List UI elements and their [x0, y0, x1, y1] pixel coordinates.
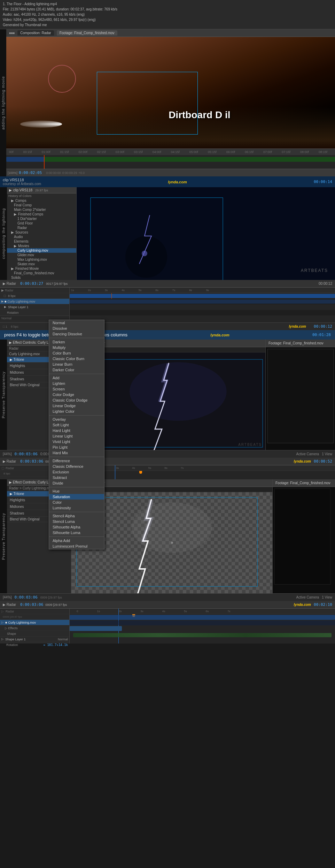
- tab-footage[interactable]: Footage: Final_Comp_finished.mov: [57, 30, 117, 36]
- blend-color[interactable]: Color: [49, 500, 104, 505]
- blend-darken[interactable]: Darken: [49, 339, 104, 345]
- blend-difference[interactable]: Difference: [49, 458, 104, 464]
- blend-color-dodge[interactable]: Color Dodge: [49, 392, 104, 397]
- blend-linear-burn[interactable]: Linear Burn: [49, 361, 104, 367]
- blend-lighter-color[interactable]: Lighter Color: [49, 409, 104, 414]
- tree-item-final-comp-finished[interactable]: Final_Comp_finished.mov: [7, 271, 76, 275]
- meta-generated: Generated by Thumbnail me: [3, 22, 332, 28]
- tree-item-grid-floor[interactable]: Grid Floor: [7, 221, 76, 226]
- tree-item-sources[interactable]: ▶Sources: [7, 230, 76, 235]
- views-1: 1 View: [322, 452, 332, 456]
- tree-item-audio[interactable]: Audio: [7, 235, 76, 239]
- timeline-ruler-1: 00f00:15f01:00f01:15f02:00f02:15f03:00f0…: [6, 149, 335, 155]
- blend-classic-difference[interactable]: Classic Difference: [49, 464, 104, 469]
- blend-alpha-add[interactable]: Alpha Add: [49, 538, 104, 543]
- blend-luminescent-premul[interactable]: Luminescent Premul: [49, 543, 104, 549]
- blend-silhouette-alpha[interactable]: Silhouette Alpha: [49, 524, 104, 530]
- section-compositing: compositing the lightning ▶ clip VRS118 …: [0, 187, 335, 280]
- bt2-shape-row[interactable]: Shape: [0, 631, 69, 637]
- clip-vrs-bar: clip VRS118 courtesy of Artbeats.com lyn…: [0, 176, 335, 187]
- comp-timecode-right: 00:00:12: [319, 282, 332, 285]
- blend-darker-color[interactable]: Darker Color: [49, 367, 104, 373]
- side-label-preserve-1: Preserve Transparency: [0, 340, 7, 450]
- blend-mode-dropdown[interactable]: Normal Dissolve Dancing Dissolve Darken …: [49, 320, 104, 549]
- comp-track-area: ▶ Radar ▢ 8 bpc ▶ ■ Curly Lightning.mov …: [0, 288, 335, 322]
- blend-silhouette-luma[interactable]: Silhouette Luma: [49, 530, 104, 535]
- bt2-curly-row[interactable]: ▷ ■ Curly Lightning.mov: [0, 620, 69, 625]
- main-content-adding: ■■■ Composition: Radar Footage: Final_Co…: [6, 29, 335, 176]
- blend-hue[interactable]: Hue: [49, 488, 104, 494]
- blend-overlay[interactable]: Overlay: [49, 417, 104, 422]
- blend-subtract[interactable]: Subtract: [49, 475, 104, 480]
- track-row-arate: ▢ 8 bpc: [0, 293, 69, 299]
- blend-luminosity[interactable]: Luminosity: [49, 505, 104, 511]
- blend-multiply[interactable]: Multiply: [49, 345, 104, 350]
- preview-2-controls: [44%] 0:00:03:06 0009 [29.97 fps Active …: [0, 593, 335, 601]
- blend-color-burn[interactable]: Color Burn: [49, 350, 104, 356]
- preview-panels-1: Composition: Radar Radar: [71, 340, 335, 450]
- blend-exclusion[interactable]: Exclusion: [49, 469, 104, 475]
- bt1-end-timecode: 00:00:52: [314, 459, 332, 464]
- preview-2-frames: 0009 [29.97 fps: [40, 596, 62, 599]
- bt2-right: 01s2s3s4s5s6s7s: [70, 609, 335, 644]
- clip-courtesy: courtesy of Artbeats.com: [3, 182, 41, 186]
- blend-stencil-luma[interactable]: Stencil Luma: [49, 519, 104, 524]
- side-label-preserve-2: Preserve Transparency: [0, 479, 7, 593]
- bt1-right: 1s2s3s4s5s6s7s: [70, 465, 335, 479]
- tree-item-curly-lightning[interactable]: Curly Lightning.mov: [7, 248, 76, 253]
- blend-classic-color-dodge[interactable]: Classic Color Dodge: [49, 397, 104, 403]
- tree-item-wax-lightning[interactable]: Wax Lightning.mov: [7, 257, 76, 262]
- tree-item-skater[interactable]: Skater.mov: [7, 262, 76, 266]
- footage-panel-2: Footage: Final_Comp_finished.mov: [272, 479, 335, 593]
- tree-item-final-comp[interactable]: Final Comp: [7, 203, 76, 207]
- blend-saturation[interactable]: Saturation: [49, 494, 104, 500]
- tree-item-elements[interactable]: Elements: [7, 239, 76, 244]
- video-comet: [20, 121, 62, 128]
- blend-vivid-light[interactable]: Vivid Light: [49, 439, 104, 444]
- blend-lighten[interactable]: Lighten: [49, 381, 104, 386]
- lynda-mark-2: lynda.com: [210, 333, 229, 337]
- blend-linear-light[interactable]: Linear Light: [49, 433, 104, 439]
- tree-item-comps[interactable]: ▶Comps: [7, 198, 76, 203]
- lynda-mark-3: lynda.com: [294, 459, 311, 463]
- project-panel-header: ▶ clip VRS118 29.97 fps: [7, 187, 76, 193]
- blend-pin-light[interactable]: Pin Light: [49, 444, 104, 450]
- blend-stencil-alpha[interactable]: Stencil Alpha: [49, 513, 104, 519]
- bt2-effects-row[interactable]: ▷ Effects: [0, 625, 69, 631]
- tree-item-glider[interactable]: Glider.mov: [7, 253, 76, 257]
- tree-item-solids[interactable]: Solids: [7, 275, 76, 280]
- blend-soft-light[interactable]: Soft Light: [49, 422, 104, 428]
- timeline-area-1: 00f00:15f01:00f01:15f02:00f02:15f03:00f0…: [6, 149, 335, 176]
- comp-timecode: 0:00:03:27: [20, 281, 43, 286]
- bt2-shape-layer-row[interactable]: ▷ Shape Layer 1 Normal: [0, 637, 69, 642]
- blend-divide[interactable]: Divide: [49, 480, 104, 486]
- bt2-end-time: 00:02:10: [314, 602, 332, 607]
- blend-screen[interactable]: Screen: [49, 386, 104, 392]
- blend-linear-dodge[interactable]: Linear Dodge: [49, 403, 104, 409]
- track-row-rotation[interactable]: Rotation: [0, 310, 69, 315]
- transparent-preview-area: Composition: Radar Radar: [71, 479, 335, 593]
- tree-item-main-comp[interactable]: Main Comp 2*starter: [7, 207, 76, 212]
- bt2-rotation-row[interactable]: Rotation = 181.7+14.1k: [0, 642, 69, 647]
- clip-timecode: 00:00:14: [314, 180, 332, 184]
- blend-hard-light[interactable]: Hard Light: [49, 428, 104, 433]
- lightning-svg: [77, 187, 335, 280]
- blend-classic-color-burn[interactable]: Classic Color Burn: [49, 356, 104, 361]
- tree-item-radar[interactable]: Radar: [7, 226, 76, 230]
- timeline-tracks-1: [6, 155, 335, 169]
- tree-item-movies[interactable]: ▶Movies: [7, 244, 76, 248]
- svg-rect-9: [267, 349, 334, 443]
- tab-composition[interactable]: Composition: Radar: [17, 30, 54, 36]
- blend-hard-mix[interactable]: Hard Mix: [49, 450, 104, 456]
- track-row-curly[interactable]: ▶ ■ Curly Lightning.mov: [0, 299, 69, 304]
- preview-marker: [171, 542, 173, 544]
- blend-dancing-dissolve[interactable]: Dancing Dissolve: [49, 331, 104, 337]
- track-row-shape-layer[interactable]: ▶ Shape Layer 1: [0, 304, 69, 310]
- tree-item-finished-comps[interactable]: ▶Finished Comps: [7, 212, 76, 216]
- blend-add[interactable]: Add: [49, 375, 104, 381]
- tree-item-finished-movie[interactable]: ▶Finished Movie: [7, 266, 76, 271]
- svg-point-2: [125, 236, 167, 278]
- blend-dissolve[interactable]: Dissolve: [49, 326, 104, 331]
- tree-item-dia[interactable]: 1 Dia*starter: [7, 216, 76, 221]
- blend-normal[interactable]: Normal: [49, 320, 104, 326]
